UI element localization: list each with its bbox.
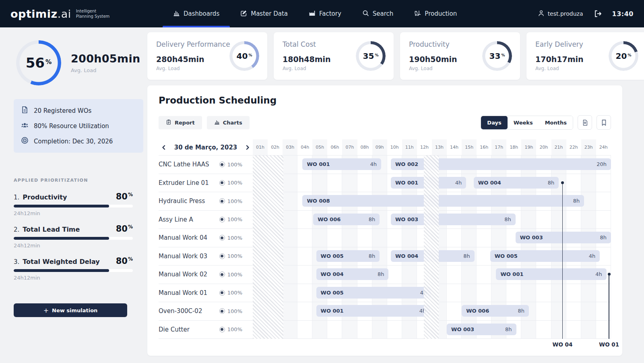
view-toggle-months[interactable]: Months <box>539 116 573 129</box>
chevron-left-icon[interactable] <box>161 145 166 150</box>
machine-load: 100% <box>219 216 242 222</box>
bookmark-button[interactable] <box>597 115 611 130</box>
gantt-bar[interactable]: WO 0038h <box>516 232 611 243</box>
machine-load: 100% <box>219 253 242 259</box>
time-axis-tick: 11h <box>402 139 417 155</box>
radio-icon[interactable] <box>219 272 225 277</box>
work-order-label: WO 003 <box>395 216 418 222</box>
prioritization-percent: 80% <box>116 192 133 201</box>
new-simulation-button[interactable]: + New simulation <box>14 303 127 317</box>
time-axis-tick: 07h <box>342 139 357 155</box>
work-order-label: WO 005 <box>321 290 344 296</box>
non-working-hours-band <box>424 156 439 339</box>
gauge-percent-value: 56% <box>16 40 61 85</box>
radio-icon[interactable] <box>219 253 225 259</box>
radio-icon[interactable] <box>219 162 225 167</box>
radio-icon[interactable] <box>219 198 225 204</box>
download-button[interactable] <box>578 115 592 130</box>
work-order-duration: 4h <box>370 161 377 167</box>
radio-icon[interactable] <box>219 180 225 186</box>
charts-button[interactable]: Charts <box>207 116 250 129</box>
gantt-bar[interactable]: WO 0054h <box>316 287 431 299</box>
gantt-bar[interactable]: WO 0014h <box>496 268 606 280</box>
summary-stat: 20 Registered WOs <box>21 106 136 115</box>
summary-stat-text: Completion: Dec 30, 2026 <box>34 138 113 145</box>
nav-item-master-data[interactable]: Master Data <box>240 0 288 27</box>
work-order-label: WO 003 <box>520 234 543 241</box>
gantt-bar[interactable]: WO 0014h <box>302 158 381 170</box>
avg-load-label: Avg. Load <box>71 67 140 73</box>
summary-stat: 80% Resource Utilization <box>21 121 136 131</box>
time-axis-tick: 05h <box>312 139 327 155</box>
kpi-gauge: 35% <box>356 41 386 71</box>
work-order-duration: 8h <box>369 253 376 259</box>
radio-icon[interactable] <box>219 290 225 296</box>
machine-row-label: CNC Lathe HAAS100% <box>159 156 253 174</box>
nav-item-production[interactable]: Production <box>414 0 457 27</box>
gantt-bar[interactable]: WO 0068h <box>313 214 380 225</box>
kpi-gauge: 33% <box>482 41 512 71</box>
chevron-right-icon[interactable] <box>245 145 250 150</box>
nav-item-search[interactable]: Search <box>362 0 394 27</box>
page-body: 56% 200h05min Avg. Load 20 Registered WO… <box>0 27 644 363</box>
time-axis-tick: 19h <box>521 139 536 155</box>
nav-item-factory[interactable]: Factory <box>309 0 341 27</box>
edit-icon <box>240 10 247 18</box>
work-order-label: WO 003 <box>451 326 474 332</box>
machine-load-value: 100% <box>227 235 242 241</box>
gantt-bar[interactable]: WO 0038h <box>447 324 516 335</box>
gantt-bar[interactable]: WO 0054h <box>490 250 600 262</box>
radio-icon[interactable] <box>219 327 225 332</box>
user-menu[interactable]: test.produza <box>538 10 583 18</box>
time-axis-tick: 23h <box>581 139 596 155</box>
prioritization-item: 1.Productivity80%24h12min <box>14 192 133 216</box>
due-date-marker-line <box>562 183 563 339</box>
gantt-bar[interactable]: WO 0068h <box>462 305 529 317</box>
bar-chart-icon <box>214 119 220 126</box>
work-order-duration: 4h <box>455 180 462 186</box>
nav-right: test.produza 13:40 <box>538 10 634 18</box>
time-axis-tick: 15h <box>462 139 477 155</box>
gantt-bar[interactable]: WO 0048h <box>316 268 389 280</box>
nav-item-dashboards[interactable]: Dashboards <box>173 0 219 27</box>
app-logo[interactable]: optimiz.ai Intelligent Planning System <box>10 8 109 20</box>
work-order-duration: 4h <box>589 253 596 259</box>
due-date-marker-dot <box>608 273 611 276</box>
radio-icon[interactable] <box>219 217 225 222</box>
dashboards-icon <box>173 10 180 18</box>
machine-name: Manual Work 04 <box>159 234 207 241</box>
prioritization-progress-track <box>14 269 133 272</box>
gantt-bar[interactable]: WO 0038h <box>391 214 516 225</box>
prioritization-item-header: 2.Total Lead Time80% <box>14 224 133 234</box>
non-working-hours-band <box>253 156 283 339</box>
work-order-duration: 8h <box>600 234 607 241</box>
machine-row-label: Manual Work 04100% <box>159 229 253 247</box>
logout-button[interactable] <box>594 10 602 18</box>
view-toggle-days[interactable]: Days <box>481 116 507 129</box>
radio-icon[interactable] <box>219 235 225 241</box>
machine-load-value: 100% <box>227 326 242 332</box>
date-navigator: 30 de Março, 2023 <box>159 139 253 155</box>
production-scheduling-card: Production Scheduling Report Charts Days… <box>147 85 622 356</box>
work-order-duration: 8h <box>369 216 376 222</box>
prioritization-label: Total Weighted Delay <box>23 258 99 266</box>
machine-name: Manual Work 01 <box>159 289 207 297</box>
radio-icon[interactable] <box>219 308 225 314</box>
prioritization-time: 24h12min <box>14 275 133 281</box>
gantt-bar[interactable]: WO 0014h <box>316 305 431 317</box>
clock: 13:40 <box>612 10 634 18</box>
machine-row-label: Manual Work 03100% <box>159 247 253 266</box>
machine-row-label: Oven-300C-02100% <box>159 302 253 321</box>
gantt-bar[interactable]: WO 0048h <box>474 177 559 189</box>
gantt-bar[interactable]: WO 0058h <box>316 250 380 262</box>
work-order-label: WO 001 <box>321 308 344 314</box>
prioritization-label: Total Lead Time <box>23 226 80 233</box>
work-order-duration: 8h <box>378 271 384 277</box>
report-button[interactable]: Report <box>159 116 202 129</box>
summary-stat-text: 20 Registered WOs <box>34 107 91 114</box>
gantt-bar[interactable]: WO 0088h <box>302 195 584 207</box>
work-order-label: WO 004 <box>395 253 418 259</box>
search-icon <box>362 10 369 18</box>
view-toggle-weeks[interactable]: Weeks <box>508 116 539 129</box>
gauge-percent-value: 20% <box>609 41 638 71</box>
